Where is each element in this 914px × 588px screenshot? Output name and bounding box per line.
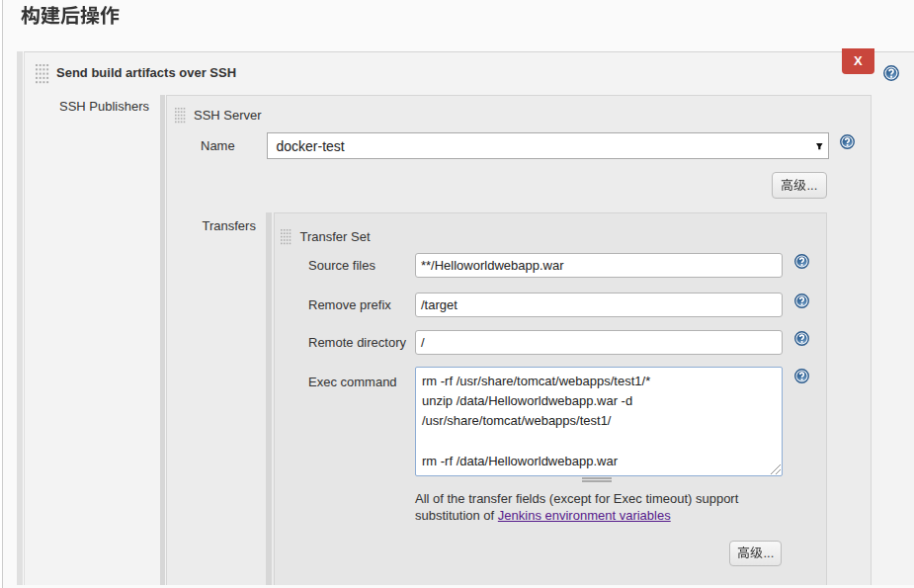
svg-text:...: ... [807,178,818,193]
svg-text:...: ... [763,546,774,560]
